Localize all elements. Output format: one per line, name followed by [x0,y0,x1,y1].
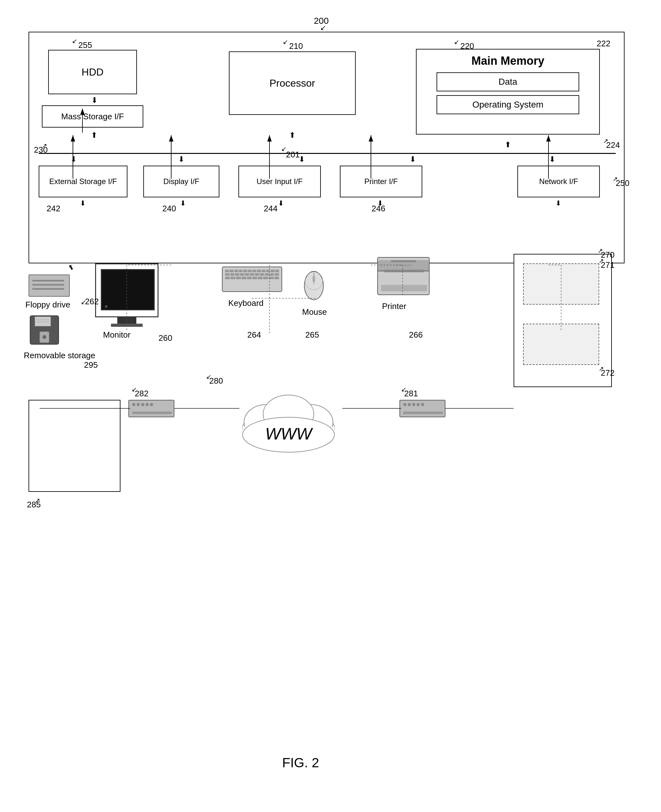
arrow-250: ↗ [613,175,618,183]
arrow-210: ↙ [283,38,288,46]
os-box: Operating System [437,95,579,114]
removable-storage-label: Removable storage [24,351,95,360]
if-down-arrow-2: ⬇ [180,199,186,208]
ext-storage-if-box: External Storage I/F [39,166,128,197]
up-arrow-mem: ⬆ [505,140,511,149]
floppy-drive-label: Floppy drive [26,300,70,310]
router-right-area [399,400,445,417]
label-255: 255 [78,40,92,50]
arrow-224: ↗ [603,137,608,145]
arrow-285: ↗ [35,496,40,504]
svg-rect-1 [35,317,51,326]
processor-box: Processor [229,51,356,115]
router-left-area [128,400,174,417]
if-down-arrow-4: ⬇ [377,199,383,208]
user-input-if-box: User Input I/F [238,166,321,197]
arrow-230: ↗ [42,142,47,149]
up-arrow-mass: ⬆ [91,131,97,139]
keyboard-area [222,267,282,292]
arrow-floppy-up: ⬆ [67,263,76,272]
mouse-icon [301,263,327,301]
svg-rect-9 [313,276,315,282]
display-if-box: Display I/F [143,166,219,197]
fig-label: FIG. 2 [282,755,319,770]
arrow-270: ↗ [597,247,603,255]
mass-storage-box: Mass Storage I/F [42,105,143,128]
mass-storage-text: Mass Storage I/F [61,112,124,122]
removable-storage-area [29,314,60,347]
floppy-disk-icon [29,314,60,346]
data-box: Data [437,72,579,91]
hdd-text: HDD [81,66,103,78]
processor-text: Processor [270,77,315,89]
label-260: 260 [158,333,172,343]
svg-point-3 [43,335,46,339]
arrow-220: ↙ [454,38,459,46]
bottom-left-box [29,400,120,492]
printer-if-box: Printer I/F [340,166,422,197]
down-arrow-5: ⬇ [549,155,556,164]
up-arrow-proc: ⬆ [289,131,295,139]
label-222: 222 [597,39,610,48]
arrow-255: ↙ [72,37,77,45]
user-input-text: User Input I/F [257,177,302,186]
diagram-container: 200 ↙ 255 ↙ HDD ⬇ Mass Storage I/F 210 ↙… [19,13,640,774]
main-memory-title: Main Memory [417,50,599,72]
network-if-text: Network I/F [539,177,578,186]
down-arrow-3: ⬇ [299,155,305,164]
cloud-icon: WWW [235,384,342,454]
label-240: 240 [162,204,176,213]
hdd-down-arrow: ⬇ [91,96,97,105]
server-box-2 [523,324,599,365]
arrow-280: ↙ [206,373,211,380]
main-system-box: 255 ↙ HDD ⬇ Mass Storage I/F 210 ↙ Proce… [29,32,624,263]
network-if-box: Network I/F [517,166,600,197]
label-210: 210 [289,41,303,51]
label-201: 201 [286,150,300,160]
arrow-281: ↙ [401,386,406,393]
server-box-1 [523,263,599,304]
down-arrow-4: ⬇ [410,155,416,164]
data-text: Data [498,77,517,87]
os-text: Operating System [473,99,543,110]
label-265: 265 [305,330,319,340]
mouse-label: Mouse [302,307,327,317]
keyboard-label: Keyboard [228,298,263,308]
ext-storage-text: External Storage I/F [49,177,117,186]
printer-if-text: Printer I/F [364,177,398,186]
arrow-272: ↗ [599,365,604,373]
arrow-200: ↙ [320,24,326,32]
if-down-arrow-3: ⬇ [278,199,284,208]
label-295: 295 [84,360,97,370]
main-memory-outer-box: Main Memory Data Operating System [416,49,600,135]
label-262: 262 [85,297,99,306]
printer-area [377,257,429,295]
down-arrow-1: ⬇ [70,155,77,164]
label-266: 266 [409,330,423,340]
cloud-area: WWW [235,384,342,455]
if-down-arrow-5: ⬇ [556,199,561,208]
monitor-area [95,263,158,327]
monitor-label: Monitor [103,330,131,340]
down-arrow-2: ⬇ [178,155,185,164]
bus-line [39,153,616,154]
svg-text:WWW: WWW [265,424,313,443]
mouse-area [301,263,327,303]
label-242: 242 [46,204,60,213]
label-264: 264 [247,330,261,340]
hdd-box: HDD [48,50,137,94]
display-if-text: Display I/F [163,177,199,186]
label-244: 244 [264,204,278,213]
if-down-arrow-1: ⬇ [80,199,86,208]
arrow-262: ↙ [81,298,86,306]
floppy-drive-area [29,274,70,297]
printer-label: Printer [382,301,406,311]
arrow-282: ↙ [132,386,137,393]
arrow-271: ↗ [599,257,604,265]
